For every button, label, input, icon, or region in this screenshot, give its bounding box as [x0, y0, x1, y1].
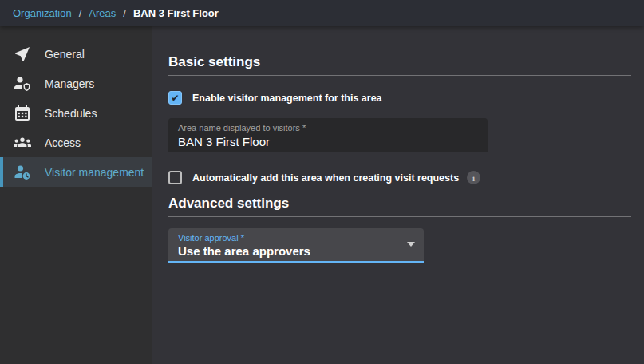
info-icon[interactable]: i: [467, 171, 480, 184]
sidebar-item-visitor-management[interactable]: Visitor management: [0, 157, 152, 187]
navigation-icon: [13, 45, 32, 64]
sidebar-item-label: General: [45, 48, 85, 61]
sidebar-item-general[interactable]: General: [0, 39, 152, 69]
sidebar-item-managers[interactable]: Managers: [0, 69, 152, 98]
section-divider: [168, 216, 631, 217]
breadcrumb-separator: /: [123, 7, 126, 19]
basic-settings-title: Basic settings: [168, 45, 631, 70]
sidebar-item-schedules[interactable]: Schedules: [0, 98, 152, 128]
breadcrumb-areas[interactable]: Areas: [89, 7, 116, 19]
section-divider: [168, 75, 631, 76]
breadcrumb-organization[interactable]: Organization: [13, 7, 72, 19]
enable-visitor-management-checkbox[interactable]: [168, 91, 182, 105]
sidebar: General Managers Schedules: [0, 26, 152, 364]
chevron-down-icon: [407, 242, 415, 247]
checkbox-label: Enable visitor management for this area: [192, 93, 382, 104]
person-clock-icon: [13, 163, 32, 182]
area-name-field[interactable]: Area name displayed to visitors *: [168, 118, 488, 152]
sidebar-item-access[interactable]: Access: [0, 128, 152, 157]
auto-add-area-checkbox[interactable]: [168, 171, 182, 184]
enable-visitor-management-row: Enable visitor management for this area: [168, 91, 631, 105]
checkbox-label: Automatically add this area when creatin…: [192, 172, 459, 184]
sidebar-item-label: Schedules: [45, 107, 97, 120]
breadcrumb-separator: /: [79, 7, 82, 19]
area-name-input[interactable]: [178, 133, 478, 150]
visitor-approval-select[interactable]: Visitor approval * Use the area approver…: [168, 228, 424, 263]
page-body: General Managers Schedules: [0, 26, 644, 364]
visitor-approval-value: Use the area approvers: [178, 243, 414, 259]
visitor-approval-label: Visitor approval *: [178, 233, 414, 243]
groups-icon: [13, 133, 32, 152]
calendar-icon: [13, 104, 32, 123]
advanced-settings-title: Advanced settings: [168, 184, 631, 212]
top-bar: Organization / Areas / BAN 3 First Floor: [0, 0, 644, 26]
sidebar-item-label: Visitor management: [45, 166, 144, 179]
manager-shield-icon: [13, 74, 32, 93]
auto-add-area-row: Automatically add this area when creatin…: [168, 171, 631, 184]
area-name-label: Area name displayed to visitors *: [178, 123, 478, 133]
breadcrumb-current-page: BAN 3 First Floor: [133, 7, 219, 19]
sidebar-item-label: Managers: [45, 77, 94, 90]
main-content: Basic settings Enable visitor management…: [152, 26, 644, 364]
sidebar-item-label: Access: [45, 136, 81, 149]
